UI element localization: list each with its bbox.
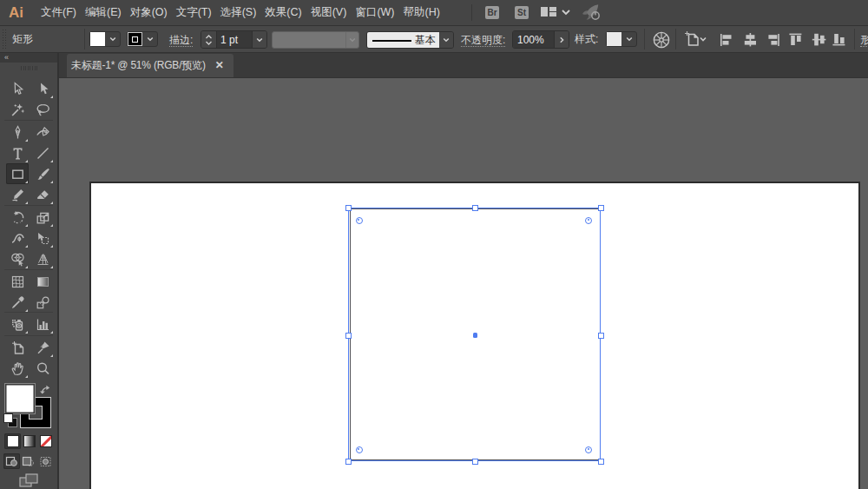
stroke-chevron-icon[interactable] xyxy=(142,32,157,46)
style-chevron-icon[interactable] xyxy=(621,32,636,46)
hand-tool-button[interactable] xyxy=(6,358,29,379)
gpu-performance-icon[interactable] xyxy=(581,3,602,21)
live-corner-widget[interactable] xyxy=(585,446,592,453)
perspective-grid-tool-button[interactable] xyxy=(31,248,54,269)
symbol-sprayer-tool-button[interactable] xyxy=(6,314,29,334)
opacity-arrow-icon[interactable] xyxy=(554,31,569,48)
none-button[interactable] xyxy=(37,433,54,449)
mesh-tool-button[interactable] xyxy=(6,271,29,292)
gradient-button[interactable] xyxy=(21,433,37,449)
live-corner-widget[interactable] xyxy=(356,217,363,224)
width-profile-value xyxy=(273,32,345,48)
horizontal-align-left-icon[interactable] xyxy=(718,31,735,48)
stock-button[interactable]: St xyxy=(515,6,529,19)
selection-handle[interactable] xyxy=(472,205,478,211)
brush-chevron-icon[interactable] xyxy=(439,32,453,48)
lasso-tool-button[interactable] xyxy=(31,99,54,120)
shape-panel-link-clipped[interactable]: 形 xyxy=(860,33,868,47)
pen-tool-button[interactable] xyxy=(6,122,29,142)
selection-handle[interactable] xyxy=(598,333,604,339)
stroke-weight-stepper[interactable] xyxy=(201,31,216,48)
selection-center-point[interactable] xyxy=(473,333,478,338)
selection-handle[interactable] xyxy=(345,459,352,465)
width-tool-button[interactable] xyxy=(6,228,29,248)
live-corner-widget[interactable] xyxy=(356,446,363,453)
vertical-align-bottom-icon[interactable] xyxy=(831,31,848,48)
stroke-weight-value[interactable]: 1 pt xyxy=(216,31,252,48)
artboard-tool-icon xyxy=(10,340,25,355)
selection-handle[interactable] xyxy=(598,205,604,211)
screen-mode-button[interactable] xyxy=(17,473,40,487)
rectangle-tool-icon xyxy=(10,167,25,182)
align-to-artboard-icon[interactable] xyxy=(683,30,707,48)
gradient-tool-button[interactable] xyxy=(31,271,54,292)
canvas-pasteboard[interactable] xyxy=(59,78,868,489)
selection-handle[interactable] xyxy=(472,459,478,465)
brush-definition-combo[interactable]: 基本 xyxy=(366,31,454,49)
selection-handle[interactable] xyxy=(345,205,352,211)
recolor-artwork-icon[interactable] xyxy=(653,31,670,48)
fill-chevron-icon[interactable] xyxy=(105,32,120,46)
artboard-tool-button[interactable] xyxy=(6,337,29,358)
free-transform-tool-button[interactable] xyxy=(31,228,54,248)
context-object-label: 矩形 xyxy=(12,26,33,52)
draw-normal-button[interactable] xyxy=(3,453,20,469)
opacity-value[interactable]: 100% xyxy=(513,31,554,48)
collapse-panel-icon[interactable]: « xyxy=(4,54,8,62)
brush-preview[interactable]: 基本 xyxy=(367,32,439,48)
blend-tool-button[interactable] xyxy=(31,292,54,313)
workspace-layout-icon[interactable] xyxy=(541,7,556,17)
direct-selection-tool-button[interactable] xyxy=(31,78,54,99)
shaper-tool-button[interactable] xyxy=(6,184,29,205)
rectangle-tool-button[interactable] xyxy=(6,163,29,184)
vertical-align-center-icon[interactable] xyxy=(810,31,827,48)
slice-tool-button[interactable] xyxy=(31,337,54,358)
draw-behind-button[interactable] xyxy=(20,453,36,469)
stroke-panel-link[interactable]: 描边: xyxy=(169,33,193,47)
opacity-panel-link[interactable]: 不透明度: xyxy=(461,33,505,47)
zoom-tool-button[interactable] xyxy=(31,358,54,379)
curvature-tool-button[interactable] xyxy=(31,122,54,142)
stroke-color-combo[interactable] xyxy=(127,31,158,47)
tools-panel-grip[interactable] xyxy=(21,66,37,70)
pen-tool-icon xyxy=(10,125,25,140)
magic-wand-tool-button[interactable] xyxy=(6,99,29,120)
stroke-weight-chevron-icon[interactable] xyxy=(252,31,266,48)
workspace-chevron-icon[interactable] xyxy=(561,9,571,16)
type-tool-button[interactable] xyxy=(6,142,29,163)
mesh-tool-icon xyxy=(10,274,25,289)
fill-color-swatch[interactable] xyxy=(90,32,105,46)
shape-builder-tool-button[interactable] xyxy=(6,248,29,269)
fill-color-combo[interactable] xyxy=(89,31,121,47)
vertical-align-top-icon[interactable] xyxy=(787,31,805,48)
document-tab[interactable]: 未标题-1* @ 51% (RGB/预览) ✕ xyxy=(67,54,233,77)
rotate-tool-button[interactable] xyxy=(6,207,29,228)
horizontal-align-right-icon[interactable] xyxy=(765,31,782,48)
document-tab-title[interactable]: 未标题-1* @ 51% (RGB/预览) xyxy=(71,58,206,73)
selection-handle[interactable] xyxy=(598,459,604,465)
hand-tool-icon xyxy=(10,361,25,376)
bridge-button[interactable]: Br xyxy=(485,6,499,19)
eyedropper-tool-button[interactable] xyxy=(6,292,29,313)
paintbrush-tool-button[interactable] xyxy=(31,163,54,184)
default-fill-stroke-icon[interactable] xyxy=(4,414,16,426)
eraser-tool-button[interactable] xyxy=(31,184,54,205)
line-segment-tool-button[interactable] xyxy=(31,142,54,163)
swap-fill-stroke-icon[interactable] xyxy=(40,385,52,396)
tab-close-icon[interactable]: ✕ xyxy=(214,59,226,71)
style-swatch[interactable] xyxy=(607,32,621,46)
selection-tool-button[interactable] xyxy=(6,78,29,99)
draw-inside-button[interactable] xyxy=(37,453,54,469)
line-segment-tool-icon xyxy=(36,146,50,161)
gradient-swatch-icon xyxy=(24,436,35,446)
style-combo[interactable] xyxy=(606,31,637,47)
stroke-color-swatch[interactable] xyxy=(128,32,142,46)
horizontal-align-center-icon[interactable] xyxy=(741,31,759,48)
color-button[interactable] xyxy=(4,433,21,449)
scale-tool-button[interactable] xyxy=(31,207,54,228)
controlbar-grip[interactable] xyxy=(3,30,7,49)
fill-proxy-swatch[interactable] xyxy=(5,384,35,413)
selection-handle[interactable] xyxy=(345,333,352,339)
column-graph-tool-button[interactable] xyxy=(31,314,54,334)
tool-group-separator xyxy=(4,205,53,206)
